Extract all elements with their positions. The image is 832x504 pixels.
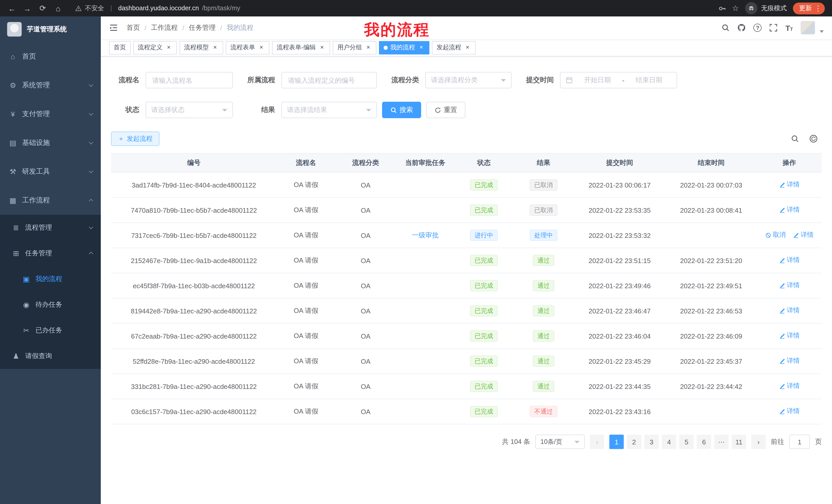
close-tab-icon[interactable]: × <box>365 44 372 51</box>
close-tab-icon[interactable]: × <box>165 44 172 51</box>
sidebar-item-leave-query[interactable]: ♟ 请假查询 <box>0 343 101 369</box>
tab-用户分组[interactable]: 用户分组× <box>333 41 376 54</box>
tab-流程定义[interactable]: 流程定义× <box>133 41 177 54</box>
sidebar-item-system[interactable]: ⚙ 系统管理 <box>0 71 101 100</box>
browser-menu-icon[interactable]: ⋮ <box>814 4 822 12</box>
process-def-input[interactable] <box>281 72 377 88</box>
tab-流程表单-编辑[interactable]: 流程表单-编辑× <box>272 41 330 54</box>
bookmark-star-icon[interactable]: ☆ <box>732 4 739 13</box>
tab-我的流程[interactable]: 我的流程× <box>379 41 430 54</box>
cell-id: 2152467e-7b9b-11ec-9a1b-acde48001122 <box>111 257 277 264</box>
key-icon[interactable] <box>718 4 726 12</box>
content: 流程名 所属流程 流程分类 请选择流程分类 提交时间 开始日期 <box>101 57 832 504</box>
forward-icon[interactable]: → <box>21 2 34 15</box>
avatar[interactable] <box>801 21 815 34</box>
detail-action-link[interactable]: 详情 <box>779 206 800 215</box>
active-tab-dot <box>384 46 388 50</box>
detail-action-link[interactable]: 详情 <box>793 231 813 240</box>
back-icon[interactable]: ← <box>5 2 19 15</box>
detail-icon <box>779 409 785 415</box>
cell-submit-time: 2022-01-23 00:06:17 <box>574 181 666 189</box>
sidebar-item-workflow[interactable]: ▦ 工作流程 <box>0 186 101 215</box>
help-icon[interactable]: ? <box>754 24 762 32</box>
reset-button[interactable]: 重置 <box>426 102 465 118</box>
category-select[interactable]: 请选择流程分类 <box>425 72 512 88</box>
detail-action-link[interactable]: 详情 <box>779 357 800 366</box>
page-size-select[interactable]: 10条/页 <box>535 435 585 449</box>
page-2[interactable]: 2 <box>627 435 641 449</box>
filter-label: 流程名 <box>111 76 139 85</box>
tab-发起流程[interactable]: 发起流程× <box>432 41 476 54</box>
submit-time-range-picker[interactable]: 开始日期 - 结束日期 <box>560 72 677 88</box>
tab-流程模型[interactable]: 流程模型× <box>179 41 223 54</box>
sidebar-item-done-tasks[interactable]: ✂ 已办任务 <box>0 317 101 343</box>
cell-actions: 详情 <box>757 357 822 366</box>
detail-action-link[interactable]: 详情 <box>779 281 800 290</box>
close-tab-icon[interactable]: × <box>318 44 326 51</box>
gear-icon: ⚙ <box>7 81 19 89</box>
sidebar-item-todo-tasks[interactable]: ◉ 待办任务 <box>0 292 101 317</box>
sidebar-item-home[interactable]: ⌂ 首页 <box>0 42 101 71</box>
font-size-icon[interactable]: TT <box>785 23 793 32</box>
hide-search-icon[interactable] <box>791 135 799 143</box>
address-bar[interactable]: 不安全 | dashboard.yudao.iocoder.cn/bpm/tas… <box>67 4 716 12</box>
chat-icon: ▣ <box>21 275 32 283</box>
breadcrumb-item[interactable]: 工作流程 <box>151 23 178 32</box>
sidebar-item-payment[interactable]: ¥ 支付管理 <box>0 100 101 129</box>
detail-action-link[interactable]: 详情 <box>779 256 800 265</box>
detail-action-link[interactable]: 详情 <box>779 180 800 189</box>
close-tab-icon[interactable]: × <box>464 44 471 51</box>
detail-action-link[interactable]: 详情 <box>779 382 800 391</box>
browser-chrome: ← → ⟳ ⌂ 不安全 | dashboard.yudao.iocoder.cn… <box>0 0 832 17</box>
tab-首页[interactable]: 首页 <box>109 41 131 54</box>
search-icon[interactable] <box>722 24 730 32</box>
next-page-button[interactable]: › <box>751 435 766 449</box>
fullscreen-icon[interactable] <box>770 24 778 32</box>
cell-result: 已取消 <box>513 204 574 216</box>
sidebar-item-my-process[interactable]: ▣ 我的流程 <box>0 266 101 292</box>
total-count: 共 104 条 <box>502 437 530 446</box>
status-select[interactable]: 请选择状态 <box>146 102 233 118</box>
sidebar-item-devtools[interactable]: ⚒ 研发工具 <box>0 157 101 186</box>
cancel-action-link[interactable]: 取消 <box>765 231 786 240</box>
tab-label: 发起流程 <box>437 43 461 52</box>
avatar-caret-icon[interactable] <box>820 30 824 33</box>
close-tab-icon[interactable]: × <box>258 44 265 51</box>
refresh-table-icon[interactable] <box>809 135 817 143</box>
close-tab-icon[interactable]: × <box>418 44 425 51</box>
detail-action-link[interactable]: 详情 <box>779 306 800 315</box>
tab-流程表单[interactable]: 流程表单× <box>226 41 269 54</box>
breadcrumb-item[interactable]: 首页 <box>127 23 140 32</box>
col-header-status: 状态 <box>454 158 513 167</box>
page-1[interactable]: 1 <box>609 435 624 449</box>
page-5[interactable]: 5 <box>679 435 694 449</box>
reload-icon[interactable]: ⟳ <box>36 2 49 15</box>
page-11[interactable]: 11 <box>732 435 746 449</box>
task-link[interactable]: 一级审批 <box>412 231 439 239</box>
github-icon[interactable] <box>738 24 746 32</box>
close-tab-icon[interactable]: × <box>211 44 218 51</box>
goto-page-input[interactable] <box>789 435 810 449</box>
app-logo[interactable]: 芋道管理系统 <box>0 17 101 42</box>
result-select[interactable]: 请选择流结果 <box>281 102 377 118</box>
page-6[interactable]: 6 <box>697 435 711 449</box>
prev-page-button[interactable]: ‹ <box>590 435 604 449</box>
toolbar: ＋ 发起流程 <box>111 132 822 146</box>
pager-ellipsis[interactable]: ⋯ <box>714 435 729 449</box>
home-icon[interactable]: ⌂ <box>51 2 65 15</box>
detail-action-link[interactable]: 详情 <box>779 332 800 340</box>
detail-action-link[interactable]: 详情 <box>779 407 800 416</box>
sidebar-item-infrastructure[interactable]: ▤ 基础设施 <box>0 129 101 157</box>
sidebar-item-task-mgmt[interactable]: ⊞ 任务管理 <box>0 241 101 266</box>
start-process-button[interactable]: ＋ 发起流程 <box>111 132 159 146</box>
search-button[interactable]: 搜索 <box>382 102 421 118</box>
update-button[interactable]: 更新 ⋮ <box>793 2 825 14</box>
page-4[interactable]: 4 <box>662 435 676 449</box>
process-name-input[interactable] <box>146 72 233 88</box>
eye-icon: ◉ <box>21 301 32 309</box>
sidebar-item-process-mgmt[interactable]: ≣ 流程管理 <box>0 215 101 241</box>
breadcrumb-item[interactable]: 任务管理 <box>189 23 216 32</box>
page-3[interactable]: 3 <box>644 435 659 449</box>
hamburger-icon[interactable] <box>109 23 118 32</box>
cell-submit-time: 2022-01-22 23:46:04 <box>574 332 666 340</box>
